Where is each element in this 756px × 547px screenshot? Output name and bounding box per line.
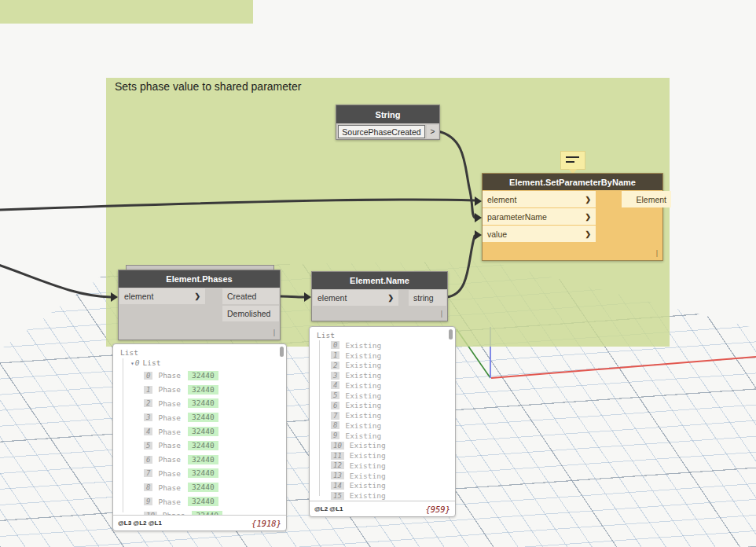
item-key: Phase: [158, 413, 181, 422]
note-line-icon: [566, 156, 579, 158]
preview-bubble-phases[interactable]: List ▾0List 0 Phase 32440 1 Phase 32440 …: [112, 343, 287, 531]
item-key: Phase: [158, 441, 181, 450]
list-item: 9 Existing: [317, 431, 453, 441]
node-set-parameter-by-name[interactable]: Element.SetParameterByName element ❯ par…: [482, 173, 663, 261]
list-item: 0 Phase 32440: [120, 369, 284, 383]
output-port-column: Created Demolished: [222, 288, 279, 323]
item-key: Phase: [158, 497, 181, 506]
node-element-name[interactable]: Element.Name element ❯ string |: [311, 271, 448, 321]
port-label: element: [317, 293, 347, 303]
string-value-input[interactable]: SourcePhaseCreated: [338, 125, 425, 138]
list-item: 6 Existing: [317, 401, 453, 411]
node-title: Element.SetParameterByName: [483, 174, 662, 190]
list-item: 14 Existing: [317, 481, 453, 491]
item-index-badge: 1: [144, 386, 152, 394]
input-port[interactable]: value ❯: [483, 226, 596, 242]
node-title: Element.Name: [312, 272, 447, 289]
list-item: 3 Existing: [317, 370, 453, 380]
item-value: Existing: [345, 341, 381, 350]
node-element-phases[interactable]: Element.Phases element ❯ Created Demolis…: [118, 270, 281, 340]
dynamo-canvas[interactable]: Sets phase value to shared parameter Str…: [0, 0, 756, 547]
item-key: Phase: [158, 385, 181, 394]
scrollbar-thumb[interactable]: [280, 347, 284, 357]
note-line-icon: [566, 161, 574, 163]
list-sub-row[interactable]: ▾0List: [120, 358, 284, 369]
node-string[interactable]: String SourcePhaseCreated >: [336, 105, 440, 140]
output-port[interactable]: Demolished: [222, 306, 279, 321]
output-port-string[interactable]: string: [409, 290, 446, 306]
item-value: Existing: [345, 421, 381, 430]
lacing-indicator[interactable]: |: [656, 249, 658, 257]
partial-group-top-left[interactable]: [0, 0, 253, 24]
item-value: Existing: [345, 371, 381, 380]
note-bubble-icon[interactable]: [560, 151, 585, 170]
item-index-badge: 15: [331, 492, 344, 500]
item-count: {959}: [425, 505, 450, 514]
list-item: 3 Phase 32440: [120, 410, 284, 424]
list-item: 4 Phase 32440: [120, 424, 284, 439]
scrollbar-thumb[interactable]: [449, 329, 453, 340]
levels-label[interactable]: @L2 @L1: [314, 505, 343, 512]
item-value-badge: 32440: [188, 497, 218, 506]
list-item: 12 Existing: [317, 461, 453, 471]
string-output-port[interactable]: >: [427, 125, 439, 138]
output-port-element[interactable]: Element: [622, 191, 671, 207]
output-port[interactable]: Created: [222, 288, 279, 304]
chevron-right-icon: ❯: [585, 196, 591, 204]
levels-label[interactable]: @L3 @L2 @L1: [118, 519, 162, 527]
list-item: 4 Existing: [317, 380, 453, 391]
item-value: Existing: [350, 451, 386, 460]
port-label: element: [487, 195, 516, 204]
list-item: 10 Phase 32440: [120, 508, 284, 515]
item-index-badge: 10: [331, 442, 344, 450]
item-key: Phase: [158, 483, 181, 492]
item-value-badge: 32440: [188, 468, 218, 478]
item-value-badge: 32440: [188, 398, 218, 408]
bubble-footer: @L2 @L1 {959}: [310, 501, 455, 516]
lacing-indicator[interactable]: |: [273, 329, 275, 336]
preview-bubble-name[interactable]: List 0 Existing 1 Existing 2 Existing 3 …: [309, 326, 456, 517]
item-index-badge: 1: [331, 351, 339, 359]
item-index-badge: 14: [331, 482, 344, 490]
item-value: Existing: [345, 401, 381, 409]
list-item: 5 Phase 32440: [120, 439, 284, 453]
item-index-badge: 0: [144, 372, 152, 380]
node-title: Element.Phases: [119, 270, 280, 288]
item-index-badge: 2: [331, 362, 339, 369]
item-value: Existing: [350, 491, 386, 500]
item-index-badge: 7: [331, 412, 339, 420]
item-key: Phase: [158, 399, 181, 408]
sub-label: List: [143, 358, 161, 367]
item-index-badge: 0: [331, 341, 339, 349]
list-item: 1 Phase 32440: [120, 383, 284, 397]
input-port-element[interactable]: element ❯: [119, 288, 205, 304]
preview-list: List ▾0List 0 Phase 32440 1 Phase 32440 …: [120, 347, 284, 515]
input-port[interactable]: parameterName ❯: [483, 208, 596, 225]
item-key: Phase: [158, 469, 181, 478]
preview-list: List 0 Existing 1 Existing 2 Existing 3 …: [317, 330, 453, 501]
item-index-badge: 3: [144, 413, 152, 421]
lacing-indicator[interactable]: |: [441, 310, 442, 318]
item-key: Phase: [158, 428, 181, 436]
chevron-right-icon: ❯: [194, 292, 200, 300]
list-item: 5 Existing: [317, 391, 453, 401]
input-port-element[interactable]: element ❯: [313, 290, 398, 306]
input-port[interactable]: element ❯: [483, 191, 596, 207]
item-value: Existing: [345, 391, 381, 400]
node-title: String: [336, 105, 439, 123]
input-port-column: element ❯ parameterName ❯ value ❯: [483, 191, 596, 243]
list-item: 1 Existing: [317, 351, 453, 361]
item-index-badge: 13: [331, 472, 344, 479]
sub-index: 0: [135, 358, 140, 367]
list-item: 6 Phase 32440: [120, 453, 284, 467]
item-index-badge: 8: [144, 483, 152, 491]
list-item: 0 Existing: [317, 340, 453, 351]
chevron-right-icon: ❯: [387, 294, 394, 302]
list-item: 2 Phase 32440: [120, 397, 284, 411]
port-label: Demolished: [227, 309, 270, 318]
item-value-badge: 32440: [188, 385, 218, 395]
list-item: 8 Existing: [317, 420, 453, 431]
item-index-badge: 7: [144, 469, 152, 477]
collapse-triangle-icon[interactable]: ▾: [130, 360, 134, 367]
item-value-badge: 32440: [188, 441, 218, 450]
